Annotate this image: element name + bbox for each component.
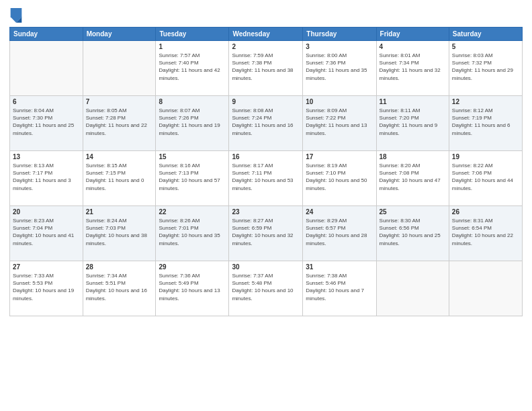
day-number: 28 <box>86 263 153 271</box>
day-number: 19 <box>452 153 519 161</box>
day-info: Sunrise: 8:05 AM Sunset: 7:28 PM Dayligh… <box>86 107 153 137</box>
day-info: Sunrise: 8:19 AM Sunset: 7:10 PM Dayligh… <box>306 162 373 192</box>
calendar-cell: 2Sunrise: 7:59 AM Sunset: 7:38 PM Daylig… <box>229 41 303 96</box>
calendar-cell: 6Sunrise: 8:04 AM Sunset: 7:30 PM Daylig… <box>10 96 83 151</box>
day-info: Sunrise: 8:08 AM Sunset: 7:24 PM Dayligh… <box>232 107 300 137</box>
calendar-cell: 22Sunrise: 8:26 AM Sunset: 7:01 PM Dayli… <box>156 206 229 261</box>
calendar-cell: 26Sunrise: 8:31 AM Sunset: 6:54 PM Dayli… <box>449 206 522 261</box>
day-info: Sunrise: 8:01 AM Sunset: 7:34 PM Dayligh… <box>380 52 446 82</box>
day-number: 25 <box>380 208 446 216</box>
day-info: Sunrise: 8:15 AM Sunset: 7:15 PM Dayligh… <box>86 162 153 192</box>
day-number: 14 <box>86 153 153 161</box>
calendar-cell: 19Sunrise: 8:22 AM Sunset: 7:06 PM Dayli… <box>449 151 522 206</box>
day-number: 24 <box>306 208 373 216</box>
day-info: Sunrise: 7:57 AM Sunset: 7:40 PM Dayligh… <box>159 52 226 82</box>
day-number: 15 <box>159 153 226 161</box>
day-info: Sunrise: 8:04 AM Sunset: 7:30 PM Dayligh… <box>13 107 80 137</box>
calendar-cell <box>376 261 449 316</box>
day-info: Sunrise: 7:38 AM Sunset: 5:46 PM Dayligh… <box>306 272 373 302</box>
day-number: 8 <box>159 98 226 105</box>
calendar-cell: 1Sunrise: 7:57 AM Sunset: 7:40 PM Daylig… <box>156 41 229 96</box>
header-sunday: Sunday <box>10 28 83 41</box>
day-info: Sunrise: 8:17 AM Sunset: 7:11 PM Dayligh… <box>232 162 300 192</box>
day-number: 18 <box>380 153 446 161</box>
calendar-cell: 4Sunrise: 8:01 AM Sunset: 7:34 PM Daylig… <box>376 41 449 96</box>
day-info: Sunrise: 7:33 AM Sunset: 5:53 PM Dayligh… <box>13 272 80 302</box>
header-wednesday: Wednesday <box>229 28 303 41</box>
day-number: 6 <box>13 98 80 105</box>
header <box>9 7 523 23</box>
header-thursday: Thursday <box>303 28 376 41</box>
day-number: 27 <box>13 263 80 271</box>
day-info: Sunrise: 8:31 AM Sunset: 6:54 PM Dayligh… <box>452 217 519 247</box>
week-row-5: 27Sunrise: 7:33 AM Sunset: 5:53 PM Dayli… <box>10 261 523 316</box>
calendar-cell: 29Sunrise: 7:36 AM Sunset: 5:49 PM Dayli… <box>156 261 229 316</box>
calendar-cell: 7Sunrise: 8:05 AM Sunset: 7:28 PM Daylig… <box>83 96 156 151</box>
day-number: 10 <box>306 98 373 105</box>
calendar-cell: 12Sunrise: 8:12 AM Sunset: 7:19 PM Dayli… <box>449 96 522 151</box>
day-info: Sunrise: 8:00 AM Sunset: 7:36 PM Dayligh… <box>306 52 373 82</box>
day-info: Sunrise: 8:20 AM Sunset: 7:08 PM Dayligh… <box>380 162 446 192</box>
calendar-cell: 17Sunrise: 8:19 AM Sunset: 7:10 PM Dayli… <box>303 151 376 206</box>
day-info: Sunrise: 8:22 AM Sunset: 7:06 PM Dayligh… <box>452 162 519 192</box>
day-number: 11 <box>380 98 446 105</box>
day-info: Sunrise: 8:03 AM Sunset: 7:32 PM Dayligh… <box>452 52 519 82</box>
logo-icon <box>9 7 23 23</box>
day-number: 26 <box>452 208 519 216</box>
calendar-cell: 9Sunrise: 8:08 AM Sunset: 7:24 PM Daylig… <box>229 96 303 151</box>
day-number: 31 <box>306 263 373 271</box>
day-number: 20 <box>13 208 80 216</box>
header-monday: Monday <box>83 28 156 41</box>
week-row-1: 1Sunrise: 7:57 AM Sunset: 7:40 PM Daylig… <box>10 41 523 96</box>
week-row-2: 6Sunrise: 8:04 AM Sunset: 7:30 PM Daylig… <box>10 96 523 151</box>
calendar-cell <box>10 41 83 96</box>
day-number: 13 <box>13 153 80 161</box>
day-info: Sunrise: 8:24 AM Sunset: 7:03 PM Dayligh… <box>86 217 153 247</box>
day-number: 21 <box>86 208 153 216</box>
calendar-cell: 23Sunrise: 8:27 AM Sunset: 6:59 PM Dayli… <box>229 206 303 261</box>
calendar-cell: 24Sunrise: 8:29 AM Sunset: 6:57 PM Dayli… <box>303 206 376 261</box>
day-info: Sunrise: 7:34 AM Sunset: 5:51 PM Dayligh… <box>86 272 153 302</box>
calendar-cell: 20Sunrise: 8:23 AM Sunset: 7:04 PM Dayli… <box>10 206 83 261</box>
logo <box>9 7 26 23</box>
day-info: Sunrise: 8:29 AM Sunset: 6:57 PM Dayligh… <box>306 217 373 247</box>
week-row-3: 13Sunrise: 8:13 AM Sunset: 7:17 PM Dayli… <box>10 151 523 206</box>
week-row-4: 20Sunrise: 8:23 AM Sunset: 7:04 PM Dayli… <box>10 206 523 261</box>
day-info: Sunrise: 8:30 AM Sunset: 6:56 PM Dayligh… <box>380 217 446 247</box>
calendar-cell: 31Sunrise: 7:38 AM Sunset: 5:46 PM Dayli… <box>303 261 376 316</box>
calendar: SundayMondayTuesdayWednesdayThursdayFrid… <box>9 27 523 316</box>
header-saturday: Saturday <box>449 28 522 41</box>
calendar-cell: 13Sunrise: 8:13 AM Sunset: 7:17 PM Dayli… <box>10 151 83 206</box>
day-info: Sunrise: 8:13 AM Sunset: 7:17 PM Dayligh… <box>13 162 80 192</box>
day-info: Sunrise: 8:26 AM Sunset: 7:01 PM Dayligh… <box>159 217 226 247</box>
day-number: 2 <box>232 43 300 50</box>
page: SundayMondayTuesdayWednesdayThursdayFrid… <box>0 0 532 411</box>
day-number: 17 <box>306 153 373 161</box>
day-number: 7 <box>86 98 153 105</box>
day-number: 4 <box>380 43 446 50</box>
day-number: 12 <box>452 98 519 105</box>
day-number: 9 <box>232 98 300 105</box>
calendar-header-row: SundayMondayTuesdayWednesdayThursdayFrid… <box>10 28 523 41</box>
calendar-cell: 10Sunrise: 8:09 AM Sunset: 7:22 PM Dayli… <box>303 96 376 151</box>
day-number: 1 <box>159 43 226 50</box>
calendar-cell: 27Sunrise: 7:33 AM Sunset: 5:53 PM Dayli… <box>10 261 83 316</box>
calendar-cell: 18Sunrise: 8:20 AM Sunset: 7:08 PM Dayli… <box>376 151 449 206</box>
day-number: 16 <box>232 153 300 161</box>
calendar-cell: 8Sunrise: 8:07 AM Sunset: 7:26 PM Daylig… <box>156 96 229 151</box>
day-info: Sunrise: 8:09 AM Sunset: 7:22 PM Dayligh… <box>306 107 373 137</box>
calendar-cell: 30Sunrise: 7:37 AM Sunset: 5:48 PM Dayli… <box>229 261 303 316</box>
day-info: Sunrise: 8:07 AM Sunset: 7:26 PM Dayligh… <box>159 107 226 137</box>
header-friday: Friday <box>376 28 449 41</box>
calendar-cell: 16Sunrise: 8:17 AM Sunset: 7:11 PM Dayli… <box>229 151 303 206</box>
calendar-cell <box>83 41 156 96</box>
day-number: 29 <box>159 263 226 271</box>
calendar-cell: 5Sunrise: 8:03 AM Sunset: 7:32 PM Daylig… <box>449 41 522 96</box>
calendar-cell: 15Sunrise: 8:16 AM Sunset: 7:13 PM Dayli… <box>156 151 229 206</box>
calendar-cell: 25Sunrise: 8:30 AM Sunset: 6:56 PM Dayli… <box>376 206 449 261</box>
header-tuesday: Tuesday <box>156 28 229 41</box>
day-number: 23 <box>232 208 300 216</box>
day-number: 22 <box>159 208 226 216</box>
day-info: Sunrise: 8:27 AM Sunset: 6:59 PM Dayligh… <box>232 217 300 247</box>
calendar-cell: 28Sunrise: 7:34 AM Sunset: 5:51 PM Dayli… <box>83 261 156 316</box>
